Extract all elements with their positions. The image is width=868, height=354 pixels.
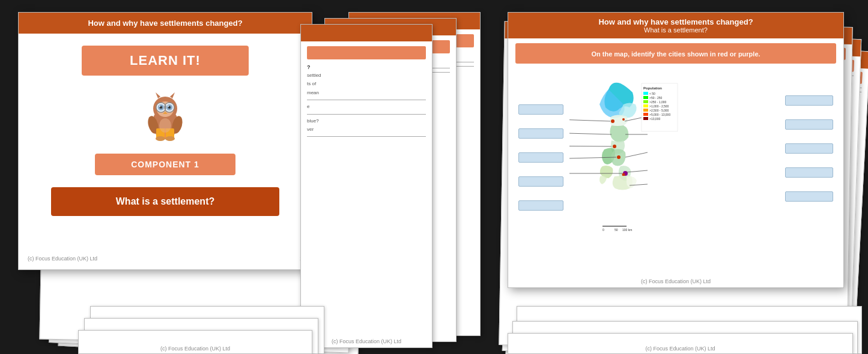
- map-right-label-3: [785, 143, 833, 154]
- svg-text:Population: Population: [643, 86, 662, 90]
- map-label-1: [518, 104, 563, 115]
- map-left-labels: [518, 104, 563, 211]
- uk-map-svg: 0 50 100 km Population < 50 >50 - 250 >2…: [569, 68, 690, 266]
- svg-point-26: [611, 119, 615, 123]
- svg-point-31: [622, 173, 625, 176]
- bottom-right-slides: (c) Focus Education (UK) Ltd (c) Focus E…: [508, 288, 856, 354]
- bottom-right-area: (c) Focus Education (UK) Ltd (c) Focus E…: [508, 288, 856, 354]
- footer-copyright: (c) Focus Education (UK) Ltd: [28, 256, 97, 262]
- mid-question: ?: [307, 64, 426, 70]
- bottom-footer-1: (c) Focus Education (UK) Ltd: [79, 331, 312, 352]
- map-area: 0 50 100 km Population < 50 >50 - 250 >2…: [515, 68, 836, 284]
- svg-point-29: [617, 155, 621, 159]
- map-right-labels: [785, 95, 833, 202]
- svg-point-25: [159, 118, 171, 133]
- bottom-left-slides: (c) Focus Education (UK) Ltd (c) Focus E…: [78, 276, 312, 354]
- mid-text-mean: mean: [307, 90, 426, 96]
- map-label-3: [518, 152, 563, 163]
- mid-slide-3: ? settled ts of mean e blue? ver (c) Foc…: [300, 24, 432, 348]
- mid-text-ts: ts of: [307, 81, 426, 87]
- mid-text-settled: settled: [307, 73, 426, 79]
- svg-point-14: [168, 106, 169, 107]
- right-instruction-text: On the map, identify the cities shown in…: [591, 50, 760, 58]
- map-right-label-2: [785, 119, 833, 130]
- right-header-title: How and why have settlements changed?: [517, 17, 834, 26]
- svg-rect-48: [643, 92, 648, 95]
- svg-rect-56: [643, 109, 648, 112]
- svg-point-23: [156, 136, 165, 141]
- svg-rect-58: [643, 113, 648, 116]
- svg-point-27: [622, 118, 625, 121]
- svg-rect-60: [643, 117, 648, 120]
- mid-text-blue: blue?: [307, 118, 426, 124]
- left-main-header: How and why have settlements changed?: [19, 13, 312, 34]
- svg-text:>5,000 - 13,000: >5,000 - 13,000: [649, 113, 670, 116]
- what-settlement-button[interactable]: What is a settlement?: [51, 187, 279, 216]
- map-right-label-1: [785, 95, 833, 106]
- owl-illustration: [135, 85, 195, 145]
- right-map-content: 0 50 100 km Population < 50 >50 - 250 >2…: [508, 68, 843, 284]
- svg-rect-50: [643, 96, 648, 99]
- svg-text:100 km: 100 km: [622, 228, 632, 232]
- svg-text:>13,000: >13,000: [649, 117, 660, 121]
- right-main-slide: How and why have settlements changed? Wh…: [508, 12, 844, 288]
- component-button[interactable]: COMPONENT 1: [95, 154, 235, 175]
- svg-line-32: [569, 118, 610, 121]
- svg-marker-3: [170, 92, 175, 98]
- svg-point-28: [613, 145, 616, 148]
- svg-point-9: [159, 106, 160, 107]
- bottom-right-slide-1: (c) Focus Education (UK) Ltd: [508, 333, 853, 354]
- left-header-text: How and why have settlements changed?: [28, 19, 303, 28]
- learn-it-button[interactable]: LEARN IT!: [82, 46, 249, 76]
- svg-rect-54: [643, 104, 648, 107]
- svg-marker-2: [156, 92, 160, 98]
- svg-line-39: [625, 152, 648, 157]
- svg-text:>50 - 250: >50 - 250: [649, 96, 662, 100]
- svg-line-34: [569, 146, 612, 146]
- svg-text:0: 0: [602, 228, 604, 232]
- svg-text:< 50: < 50: [649, 92, 655, 95]
- map-label-2: [518, 128, 563, 139]
- svg-point-24: [165, 136, 175, 141]
- map-label-4: [518, 176, 563, 187]
- left-main-footer: (c) Focus Education (UK) Ltd 1: [19, 251, 312, 266]
- svg-text:>250 - 1,000: >250 - 1,000: [649, 100, 666, 104]
- svg-line-33: [569, 132, 612, 134]
- right-header-subtitle: What is a settlement?: [517, 26, 834, 34]
- right-instruction-bar: On the map, identify the cities shown in…: [515, 43, 836, 64]
- bottom-left-slide-1: (c) Focus Education (UK) Ltd: [78, 330, 312, 354]
- mid-text-ver: ver: [307, 127, 426, 133]
- svg-text:50: 50: [615, 228, 618, 232]
- svg-rect-52: [643, 100, 648, 103]
- svg-text:>2,500 - 5,000: >2,500 - 5,000: [649, 109, 669, 112]
- svg-text:>1,000 - 2,500: >1,000 - 2,500: [649, 104, 669, 108]
- bottom-left-area: (c) Focus Education (UK) Ltd (c) Focus E…: [78, 276, 312, 354]
- right-main-header: How and why have settlements changed? Wh…: [508, 13, 843, 38]
- map-right-label-5: [785, 191, 833, 202]
- map-right-label-4: [785, 167, 833, 178]
- left-main-slide: How and why have settlements changed? LE…: [18, 12, 312, 270]
- bottom-right-footer-1: (c) Focus Education (UK) Ltd: [508, 334, 852, 352]
- mid-text-e: e: [307, 104, 426, 110]
- right-main-footer: (c) Focus Education (UK) Ltd: [508, 278, 843, 284]
- map-label-5: [518, 200, 563, 211]
- left-main-body: LEARN IT!: [19, 34, 312, 228]
